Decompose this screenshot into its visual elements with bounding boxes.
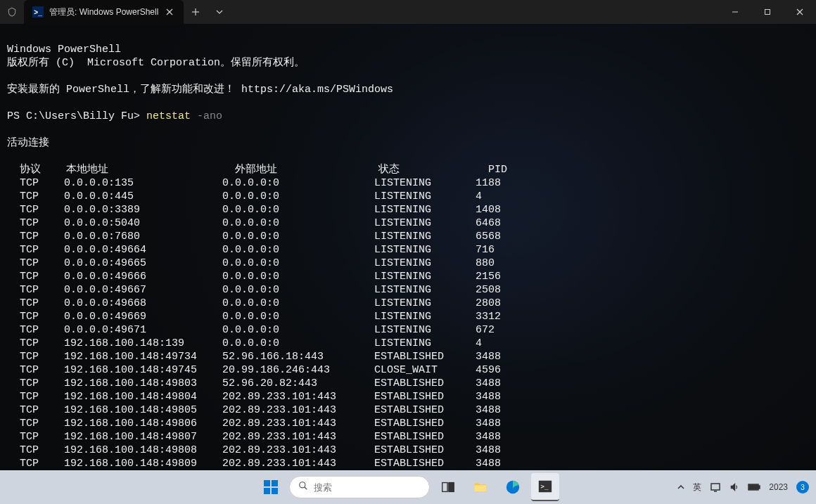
- new-tab-button[interactable]: [184, 0, 208, 24]
- maximize-button[interactable]: [751, 0, 784, 24]
- netstat-row: TCP 0.0.0.0:49668 0.0.0.0:0 LISTENING 28…: [7, 297, 809, 310]
- terminal-line: 版权所有 (C) Microsoft Corporation。保留所有权利。: [7, 57, 305, 69]
- network-icon[interactable]: [710, 482, 721, 492]
- shield-icon: [0, 7, 24, 17]
- window-title-bar: >_ 管理员: Windows PowerShell: [0, 0, 816, 24]
- section-header: 活动连接: [7, 137, 49, 149]
- netstat-row: TCP 192.168.100.148:139 0.0.0.0:0 LISTEN…: [7, 337, 809, 350]
- edge-browser-button[interactable]: [499, 473, 527, 501]
- netstat-row: TCP 0.0.0.0:5040 0.0.0.0:0 LISTENING 646…: [7, 217, 809, 230]
- svg-rect-10: [264, 488, 270, 494]
- clock[interactable]: 2023: [769, 482, 788, 492]
- svg-line-13: [305, 487, 307, 490]
- ime-indicator[interactable]: 英: [693, 482, 701, 493]
- file-explorer-button[interactable]: [466, 473, 495, 501]
- terminal-line: 安装最新的 PowerShell，了解新功能和改进！ https://aka.m…: [7, 84, 393, 96]
- netstat-row: TCP 0.0.0.0:49667 0.0.0.0:0 LISTENING 25…: [7, 283, 809, 297]
- close-tab-button[interactable]: [164, 6, 175, 18]
- netstat-row: TCP 0.0.0.0:135 0.0.0.0:0 LISTENING 1188: [7, 176, 809, 190]
- battery-icon[interactable]: [748, 483, 760, 491]
- netstat-row: TCP 192.168.100.148:49734 52.96.166.18:4…: [7, 350, 809, 363]
- start-button[interactable]: [257, 473, 285, 501]
- svg-rect-11: [272, 488, 278, 494]
- svg-rect-20: [711, 484, 720, 490]
- search-icon: [298, 481, 308, 493]
- task-view-button[interactable]: [434, 473, 462, 501]
- netstat-row: TCP 0.0.0.0:49671 0.0.0.0:0 LISTENING 67…: [7, 323, 809, 337]
- netstat-row: TCP 0.0.0.0:49664 0.0.0.0:0 LISTENING 71…: [7, 243, 809, 257]
- svg-rect-24: [758, 486, 760, 489]
- netstat-row: TCP 192.168.100.148:49808 202.89.233.101…: [7, 444, 809, 457]
- netstat-row: TCP 192.168.100.148:49805 202.89.233.101…: [7, 403, 809, 417]
- taskbar: >_ 英 2023 3: [0, 470, 816, 504]
- netstat-row: TCP 192.168.100.148:49806 202.89.233.101…: [7, 417, 809, 430]
- terminal-content[interactable]: Windows PowerShell 版权所有 (C) Microsoft Co…: [0, 24, 816, 470]
- terminal-tab[interactable]: >_ 管理员: Windows PowerShell: [24, 0, 184, 24]
- terminal-line: Windows PowerShell: [7, 44, 121, 56]
- svg-point-12: [300, 482, 305, 488]
- svg-rect-25: [749, 485, 758, 489]
- svg-rect-9: [272, 480, 278, 486]
- svg-rect-15: [449, 483, 454, 492]
- powershell-icon: >_: [32, 6, 44, 18]
- netstat-row: TCP 192.168.100.148:49804 202.89.233.101…: [7, 390, 809, 403]
- search-input[interactable]: [314, 482, 432, 493]
- netstat-header: 协议 本地地址 外部地址 状态 PID: [7, 164, 507, 176]
- command: netstat: [146, 110, 191, 122]
- netstat-row: TCP 0.0.0.0:49665 0.0.0.0:0 LISTENING 88…: [7, 257, 809, 270]
- terminal-taskbar-button[interactable]: >_: [531, 473, 559, 501]
- svg-rect-5: [765, 10, 770, 15]
- svg-marker-22: [732, 484, 735, 490]
- netstat-row: TCP 0.0.0.0:3389 0.0.0.0:0 LISTENING 140…: [7, 203, 809, 217]
- netstat-row: TCP 192.168.100.148:49807 202.89.233.101…: [7, 430, 809, 444]
- prompt: PS C:\Users\Billy Fu>: [7, 110, 146, 122]
- tab-title: 管理员: Windows PowerShell: [49, 6, 158, 18]
- netstat-row: TCP 0.0.0.0:7680 0.0.0.0:0 LISTENING 656…: [7, 230, 809, 243]
- notification-badge[interactable]: 3: [796, 481, 809, 493]
- command-arg: -ano: [191, 110, 222, 122]
- svg-text:>_: >_: [541, 482, 549, 490]
- tray-chevron-icon[interactable]: [677, 485, 684, 489]
- svg-rect-8: [264, 480, 270, 486]
- minimize-button[interactable]: [719, 0, 751, 24]
- volume-icon[interactable]: [729, 482, 739, 492]
- close-window-button[interactable]: [784, 0, 816, 24]
- netstat-row: TCP 192.168.100.148:49803 52.96.20.82:44…: [7, 377, 809, 390]
- svg-rect-14: [442, 483, 447, 492]
- netstat-row: TCP 0.0.0.0:445 0.0.0.0:0 LISTENING 4: [7, 190, 809, 203]
- netstat-row: TCP 0.0.0.0:49669 0.0.0.0:0 LISTENING 33…: [7, 310, 809, 323]
- netstat-row: TCP 192.168.100.148:49809 202.89.233.101…: [7, 457, 809, 470]
- svg-rect-16: [475, 485, 487, 491]
- search-box[interactable]: [289, 476, 430, 498]
- tab-dropdown-button[interactable]: [208, 0, 231, 24]
- netstat-row: TCP 0.0.0.0:49666 0.0.0.0:0 LISTENING 21…: [7, 270, 809, 283]
- netstat-row: TCP 192.168.100.148:49745 20.99.186.246:…: [7, 363, 809, 377]
